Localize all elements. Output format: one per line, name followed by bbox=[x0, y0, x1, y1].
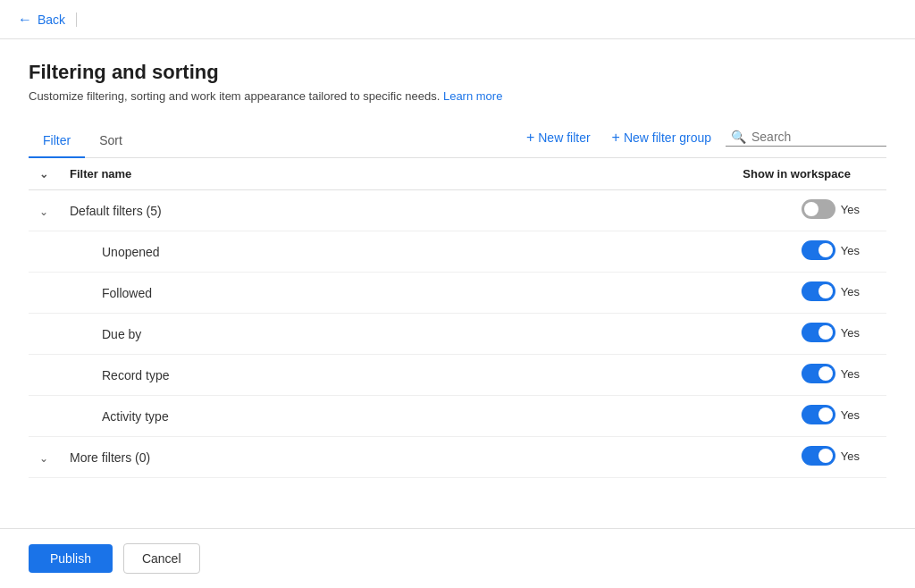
row-name-cell: Default filters (5) bbox=[59, 190, 423, 231]
yes-label: Yes bbox=[841, 203, 860, 216]
col-header-filter-name: Filter name bbox=[59, 158, 423, 190]
chevron-icon[interactable]: ⌄ bbox=[39, 452, 48, 465]
top-divider bbox=[76, 13, 77, 27]
search-icon: 🔍 bbox=[731, 130, 746, 144]
toggle-switch-followed[interactable] bbox=[802, 281, 835, 301]
top-bar: ← Back bbox=[0, 0, 915, 39]
yes-label: Yes bbox=[841, 449, 860, 463]
cancel-button[interactable]: Cancel bbox=[123, 543, 200, 574]
publish-button[interactable]: Publish bbox=[29, 544, 113, 573]
yes-label: Yes bbox=[841, 367, 860, 381]
table-header-row: ⌄ Filter name Show in workspace bbox=[29, 158, 886, 190]
page-title: Filtering and sorting bbox=[29, 61, 886, 84]
yes-label: Yes bbox=[841, 285, 860, 298]
table-row: Record typeYes bbox=[29, 355, 886, 396]
row-name-cell: Due by bbox=[59, 314, 423, 355]
chevron-icon[interactable]: ⌄ bbox=[39, 206, 48, 218]
tab-filter[interactable]: Filter bbox=[29, 124, 85, 158]
search-container: 🔍 bbox=[726, 128, 886, 147]
new-filter-group-label: New filter group bbox=[624, 130, 711, 145]
yes-label: Yes bbox=[841, 326, 860, 340]
row-chevron-cell bbox=[29, 396, 59, 437]
page-subtitle: Customize filtering, sorting and work it… bbox=[29, 89, 886, 103]
filter-table: ⌄ Filter name Show in workspace ⌄Default… bbox=[29, 158, 886, 478]
row-name-cell: More filters (0) bbox=[59, 437, 423, 478]
row-chevron-cell bbox=[29, 273, 59, 314]
table-row: Activity typeYes bbox=[29, 396, 886, 437]
header-chevron-icon: ⌄ bbox=[39, 168, 48, 181]
footer: Publish Cancel bbox=[0, 528, 915, 588]
main-content: Filtering and sorting Customize filterin… bbox=[0, 39, 915, 528]
row-chevron-cell: ⌄ bbox=[29, 437, 59, 478]
row-name-cell: Activity type bbox=[59, 396, 423, 437]
yes-label: Yes bbox=[841, 408, 860, 422]
yes-label: Yes bbox=[841, 244, 860, 257]
row-show-workspace-cell: Yes bbox=[423, 437, 886, 478]
table-row: FollowedYes bbox=[29, 273, 886, 314]
search-input[interactable] bbox=[751, 130, 877, 144]
table-row: ⌄More filters (0)Yes bbox=[29, 437, 886, 478]
row-show-workspace-cell: Yes bbox=[423, 273, 886, 314]
toggle-slider bbox=[802, 240, 835, 260]
row-show-workspace-cell: Yes bbox=[423, 190, 886, 231]
subtitle-text: Customize filtering, sorting and work it… bbox=[29, 89, 440, 103]
back-link[interactable]: ← Back bbox=[18, 12, 65, 28]
learn-more-link[interactable]: Learn more bbox=[443, 89, 502, 103]
row-name-cell: Unopened bbox=[59, 231, 423, 273]
toolbar-actions: + New filter + New filter group 🔍 bbox=[519, 126, 886, 156]
toggle-slider bbox=[802, 281, 835, 301]
new-filter-group-plus-icon: + bbox=[612, 130, 620, 146]
table-row: ⌄Default filters (5)Yes bbox=[29, 190, 886, 231]
row-show-workspace-cell: Yes bbox=[423, 314, 886, 355]
row-name-cell: Followed bbox=[59, 273, 423, 314]
row-chevron-cell bbox=[29, 314, 59, 355]
back-arrow-icon: ← bbox=[18, 12, 32, 28]
toggle-switch-record-type[interactable] bbox=[802, 364, 835, 383]
toggle-slider bbox=[802, 405, 835, 424]
toggle-slider bbox=[802, 364, 835, 383]
row-chevron-cell bbox=[29, 231, 59, 273]
new-filter-group-button[interactable]: + New filter group bbox=[605, 126, 718, 149]
toggle-switch-due-by[interactable] bbox=[802, 323, 835, 342]
tabs-container: Filter Sort bbox=[29, 124, 519, 157]
tabs-toolbar: Filter Sort + New filter + New filter gr… bbox=[29, 124, 886, 158]
toggle-switch-activity-type[interactable] bbox=[802, 405, 835, 424]
toggle-slider bbox=[802, 446, 835, 466]
row-chevron-cell bbox=[29, 355, 59, 396]
toggle-slider bbox=[802, 199, 835, 219]
toggle-switch-unopened[interactable] bbox=[802, 240, 835, 260]
filter-table-body: ⌄Default filters (5)YesUnopenedYesFollow… bbox=[29, 190, 886, 478]
col-header-chevron: ⌄ bbox=[29, 158, 59, 190]
row-show-workspace-cell: Yes bbox=[423, 396, 886, 437]
toggle-switch-more-group[interactable] bbox=[802, 446, 835, 466]
new-filter-label: New filter bbox=[538, 130, 590, 145]
table-row: UnopenedYes bbox=[29, 231, 886, 273]
table-row: Due byYes bbox=[29, 314, 886, 355]
tab-sort[interactable]: Sort bbox=[85, 124, 137, 158]
col-header-show-workspace: Show in workspace bbox=[423, 158, 886, 190]
row-show-workspace-cell: Yes bbox=[423, 231, 886, 273]
back-label: Back bbox=[38, 13, 65, 27]
row-name-cell: Record type bbox=[59, 355, 423, 396]
toggle-switch-default-group[interactable] bbox=[802, 199, 835, 219]
new-filter-button[interactable]: + New filter bbox=[519, 126, 598, 149]
row-chevron-cell: ⌄ bbox=[29, 190, 59, 231]
new-filter-plus-icon: + bbox=[526, 130, 534, 146]
row-show-workspace-cell: Yes bbox=[423, 355, 886, 396]
toggle-slider bbox=[802, 323, 835, 342]
